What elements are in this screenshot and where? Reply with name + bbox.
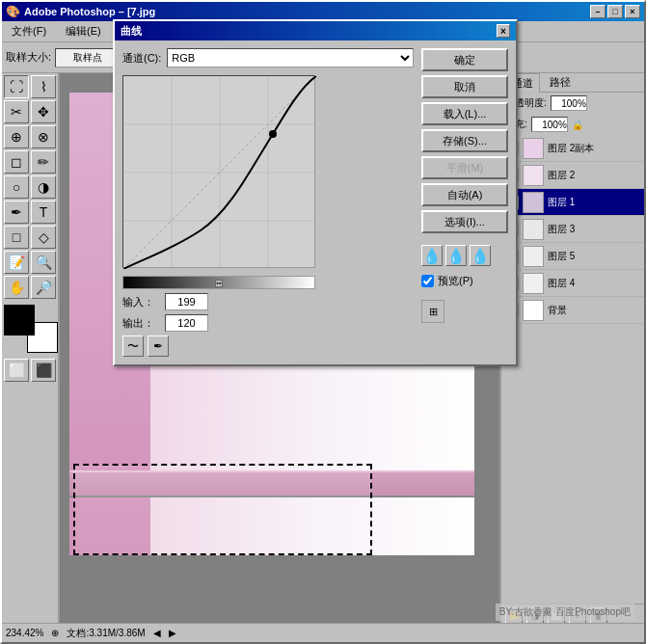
curves-load-button[interactable]: 载入(L)... bbox=[421, 102, 508, 125]
curves-left: 通道(C): RGB bbox=[122, 48, 414, 357]
tool-row-8: 📝 🔍 bbox=[4, 251, 56, 274]
shape-tool[interactable]: □ bbox=[4, 226, 29, 249]
tool-row-4: ◻ ✏ bbox=[4, 150, 56, 174]
fill-input[interactable] bbox=[531, 117, 568, 132]
hand-tool[interactable]: ✋ bbox=[4, 276, 29, 299]
lasso-tool[interactable]: ⌇ bbox=[31, 75, 56, 98]
tool-row-2: ✂ ✥ bbox=[4, 100, 56, 123]
curves-graph[interactable] bbox=[122, 75, 315, 268]
crop-tool[interactable]: ✂ bbox=[4, 100, 29, 123]
eyedropper-tool[interactable]: 🔍 bbox=[31, 251, 56, 274]
text-tool[interactable]: T bbox=[31, 201, 56, 224]
layer-item-1[interactable]: 👁 图层 2 bbox=[501, 162, 644, 189]
channel-label: 通道(C): bbox=[122, 51, 161, 66]
layer-item-2[interactable]: 👁 图层 1 bbox=[501, 189, 644, 216]
left-toolbox: ⛶ ⌇ ✂ ✥ ⊕ ⊗ ◻ ✏ ○ ◑ ✒ T bbox=[2, 73, 60, 627]
healing-tool[interactable]: ⊕ bbox=[4, 125, 29, 148]
menu-edit[interactable]: 编辑(E) bbox=[60, 22, 107, 40]
curves-save-button[interactable]: 存储(S)... bbox=[421, 129, 508, 152]
curves-options-button[interactable]: 选项(I)... bbox=[421, 210, 508, 233]
photoshop-window: 🎨 Adobe Photoshop – [7.jpg – □ × 文件(F) 编… bbox=[0, 0, 646, 644]
preview-checkbox[interactable] bbox=[421, 275, 434, 287]
layer-name-4: 图层 5 bbox=[548, 250, 575, 263]
tool-row-5: ○ ◑ bbox=[4, 175, 56, 199]
menu-file[interactable]: 文件(F) bbox=[6, 22, 52, 40]
curves-pencil-button[interactable]: 〜 bbox=[122, 335, 144, 357]
layer-thumb-2 bbox=[523, 192, 544, 213]
screen-mode-full[interactable]: ⬛ bbox=[31, 359, 56, 382]
title-bar: 🎨 Adobe Photoshop – [7.jpg – □ × bbox=[2, 2, 644, 21]
opacity-input[interactable] bbox=[551, 95, 587, 111]
curves-output-row: 输出： bbox=[122, 314, 414, 332]
scroll-left[interactable]: ◀ bbox=[153, 628, 161, 638]
pen-tool[interactable]: ✒ bbox=[4, 201, 29, 224]
curves-cancel-button[interactable]: 取消 bbox=[421, 75, 508, 98]
layer-thumb-6 bbox=[523, 300, 544, 321]
curves-auto-button[interactable]: 自动(A) bbox=[421, 183, 508, 206]
color-swatches[interactable] bbox=[4, 305, 58, 353]
layer-item-0[interactable]: 👁 图层 2副本 bbox=[501, 135, 644, 162]
layer-item-5[interactable]: 👁 图层 4 bbox=[501, 270, 644, 297]
layer-name-2: 图层 1 bbox=[548, 196, 575, 209]
tab-paths[interactable]: 路径 bbox=[544, 73, 577, 92]
layers-list: 👁 图层 2副本 👁 图层 2 👁 图层 1 👁 图层 bbox=[501, 135, 644, 604]
screen-mode-standard[interactable]: ⬜ bbox=[4, 359, 29, 382]
tool-row-1: ⛶ ⌇ bbox=[4, 75, 56, 98]
tool-row-extra: ⬜ ⬛ bbox=[4, 359, 56, 382]
move-tool[interactable]: ✥ bbox=[31, 100, 56, 123]
sample-size-label: 取样大小: bbox=[6, 50, 51, 65]
layer-item-3[interactable]: 👁 图层 3 bbox=[501, 216, 644, 243]
layer-item-6[interactable]: 👁 背景 bbox=[501, 297, 644, 324]
preview-label[interactable]: 预览(P) bbox=[438, 274, 473, 288]
layers-opacity-row: 不透明度: bbox=[501, 93, 644, 114]
blur-tool[interactable]: ○ bbox=[4, 175, 29, 199]
layer-name-5: 图层 4 bbox=[548, 277, 575, 290]
minimize-button[interactable]: – bbox=[590, 5, 606, 18]
selection-tool[interactable]: ⛶ bbox=[4, 75, 29, 98]
watermark: BY:古欲香薰·百度Photoshop吧 bbox=[496, 604, 634, 621]
scroll-right[interactable]: ▶ bbox=[169, 628, 176, 638]
input-field[interactable] bbox=[165, 293, 208, 310]
status-icon: ⊕ bbox=[51, 628, 59, 638]
curves-dialog: 曲线 × 通道(C): RGB bbox=[113, 19, 518, 366]
channel-row: 通道(C): RGB bbox=[122, 48, 414, 67]
selection-rectangle bbox=[73, 464, 372, 555]
path-tool[interactable]: ◇ bbox=[31, 226, 56, 249]
zoom-level: 234.42% bbox=[6, 628, 43, 638]
zoom-tool[interactable]: 🔎 bbox=[31, 276, 56, 299]
layer-thumb-3 bbox=[523, 219, 544, 240]
title-bar-buttons: – □ × bbox=[590, 5, 640, 18]
curves-title-bar: 曲线 × bbox=[115, 21, 516, 40]
output-field[interactable] bbox=[165, 314, 208, 332]
lock-icons: 🔒 bbox=[572, 120, 583, 130]
notes-tool[interactable]: 📝 bbox=[4, 251, 29, 274]
curves-ok-button[interactable]: 确定 bbox=[421, 48, 508, 71]
tool-row-3: ⊕ ⊗ bbox=[4, 125, 56, 148]
app-icon: 🎨 bbox=[6, 5, 20, 18]
gradient-arrow[interactable]: ⇔ bbox=[215, 280, 223, 287]
layer-name-6: 背景 bbox=[548, 304, 567, 317]
layer-thumb-4 bbox=[523, 246, 544, 267]
white-point-eyedropper[interactable]: 💧 bbox=[470, 245, 491, 266]
channel-select[interactable]: RGB bbox=[167, 48, 414, 67]
curves-close-button[interactable]: × bbox=[497, 24, 510, 38]
curves-gradient-bar[interactable]: ⇔ bbox=[122, 276, 315, 289]
tool-row-7: □ ◇ bbox=[4, 226, 56, 249]
curves-right: 确定 取消 载入(L)... 存储(S)... 平滑(M) 自动(A) 选项(I… bbox=[421, 48, 508, 357]
brush-tool[interactable]: ✏ bbox=[31, 150, 56, 174]
close-button[interactable]: × bbox=[625, 5, 640, 18]
dodge-tool[interactable]: ◑ bbox=[31, 175, 56, 199]
curves-smooth-button[interactable]: 平滑(M) bbox=[421, 156, 508, 179]
curves-smooth-pencil-button[interactable]: ✒ bbox=[148, 335, 169, 357]
eraser-tool[interactable]: ◻ bbox=[4, 150, 29, 174]
maximize-button[interactable]: □ bbox=[607, 5, 623, 18]
stamp-tool[interactable]: ⊗ bbox=[31, 125, 56, 148]
foreground-color-swatch[interactable] bbox=[4, 305, 35, 335]
gray-point-eyedropper[interactable]: 💧 bbox=[445, 245, 467, 266]
output-label: 输出： bbox=[122, 316, 161, 331]
curves-pencil-row: 〜 ✒ bbox=[122, 335, 414, 357]
layer-item-4[interactable]: 👁 图层 5 bbox=[501, 243, 644, 270]
preview-row: 预览(P) bbox=[421, 274, 508, 288]
black-point-eyedropper[interactable]: 💧 bbox=[421, 245, 443, 266]
svg-line-6 bbox=[123, 76, 316, 269]
